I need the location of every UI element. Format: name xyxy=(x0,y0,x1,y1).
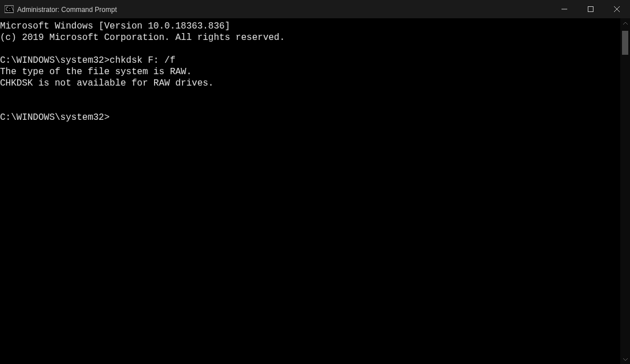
window-controls xyxy=(551,0,630,18)
terminal-output: Microsoft Windows [Version 10.0.18363.83… xyxy=(0,21,619,364)
close-button[interactable] xyxy=(604,0,630,18)
chevron-down-icon xyxy=(623,358,628,361)
scroll-thumb[interactable] xyxy=(622,31,628,55)
chevron-up-icon xyxy=(623,22,628,25)
window-title: Administrator: Command Prompt xyxy=(17,5,551,14)
maximize-icon xyxy=(588,6,593,12)
scroll-up-button[interactable] xyxy=(620,18,630,28)
close-icon xyxy=(614,6,620,12)
scroll-down-button[interactable] xyxy=(620,354,630,364)
vertical-scrollbar[interactable] xyxy=(620,18,630,364)
window-titlebar[interactable]: C:\ Administrator: Command Prompt xyxy=(0,0,630,18)
maximize-button[interactable] xyxy=(578,0,604,18)
minimize-button[interactable] xyxy=(551,0,578,18)
cmd-icon: C:\ xyxy=(5,5,14,14)
svg-rect-3 xyxy=(588,7,593,12)
terminal-area[interactable]: Microsoft Windows [Version 10.0.18363.83… xyxy=(0,18,630,364)
minimize-icon xyxy=(562,6,567,12)
svg-text:C:\: C:\ xyxy=(6,7,14,12)
